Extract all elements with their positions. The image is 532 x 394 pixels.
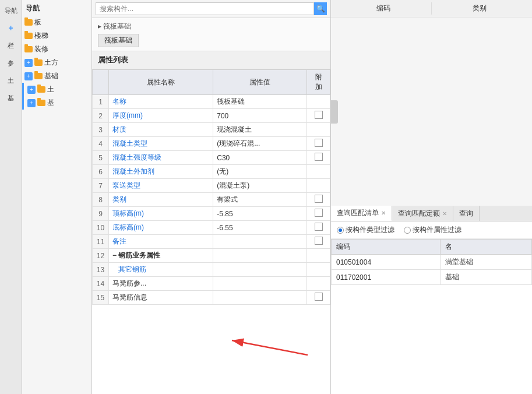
prop-value-cell[interactable]: (现浇碎石混...	[213, 137, 307, 151]
add-icon[interactable]: +	[24, 59, 33, 67]
prop-name-cell[interactable]: 名称	[109, 95, 213, 109]
sidebar-item-param[interactable]: 参	[2, 55, 20, 71]
prop-value-cell[interactable]	[213, 277, 307, 291]
prop-name-cell[interactable]: − 钢筋业务属性	[109, 249, 213, 263]
table-row: 9顶标高(m)-5.85	[93, 207, 330, 221]
prop-attach-cell[interactable]	[307, 165, 330, 179]
prop-name-cell[interactable]: 顶标高(m)	[109, 207, 213, 221]
query-col-code: 编码	[332, 240, 441, 255]
nav-item-decoration[interactable]: 装修	[22, 43, 91, 56]
prop-value-cell[interactable]: 700	[213, 109, 307, 123]
sidebar-item-earth[interactable]: 土	[2, 72, 20, 89]
prop-name-cell[interactable]: 底标高(m)	[109, 221, 213, 235]
prop-attach-cell[interactable]	[307, 123, 330, 137]
right-col-code: 编码	[336, 2, 432, 15]
folder-icon	[24, 46, 33, 52]
breadcrumb-area: 筏板基础 筏板基础	[92, 18, 330, 51]
checkbox-icon[interactable]	[315, 195, 323, 203]
nav-item-earthwork[interactable]: + 土方	[22, 56, 91, 69]
nav-item-stairs[interactable]: 楼梯	[22, 29, 91, 43]
prop-attach-cell[interactable]	[307, 95, 330, 109]
tab-close-icon[interactable]: ✕	[442, 210, 447, 217]
prop-name-cell[interactable]: 马凳筋信息	[109, 291, 213, 305]
tab-query-match-quota[interactable]: 查询匹配定额 ✕	[392, 206, 453, 221]
nav-item-earth2[interactable]: + 土	[25, 83, 91, 96]
query-name-cell: 满堂基础	[440, 255, 531, 270]
prop-value-cell[interactable]: -5.85	[213, 207, 307, 221]
prop-value-cell[interactable]: (混凝土泵)	[213, 179, 307, 193]
prop-value-cell[interactable]	[213, 291, 307, 305]
prop-name-cell[interactable]: 材质	[109, 123, 213, 137]
checkbox-icon[interactable]	[315, 237, 323, 245]
table-row: 15马凳筋信息	[93, 291, 330, 305]
query-filters: 按构件类型过滤 按构件属性过滤	[331, 221, 532, 239]
checkbox-icon[interactable]	[315, 293, 323, 301]
filter-by-type[interactable]: 按构件类型过滤	[337, 225, 394, 235]
add-icon[interactable]: +	[24, 72, 33, 80]
sidebar-item-foundation[interactable]: 基	[2, 90, 20, 106]
prop-attach-cell[interactable]	[307, 137, 330, 151]
props-header: 属性列表	[92, 51, 330, 69]
prop-name-cell[interactable]: 混凝土强度等级	[109, 151, 213, 165]
table-row: 13 其它钢筋	[93, 263, 330, 277]
breadcrumb-tag[interactable]: 筏板基础	[98, 34, 139, 47]
prop-name-cell[interactable]: 其它钢筋	[109, 263, 213, 277]
query-row: 011702001基础	[332, 270, 532, 285]
row-num-cell: 14	[93, 277, 109, 291]
prop-attach-cell[interactable]	[307, 263, 330, 277]
checkbox-icon[interactable]	[315, 153, 323, 161]
filter-by-property[interactable]: 按构件属性过滤	[404, 225, 461, 235]
prop-value-cell[interactable]	[213, 235, 307, 249]
prop-value-cell[interactable]: -6.55	[213, 221, 307, 235]
add-icon[interactable]: +	[27, 99, 36, 107]
prop-name-cell[interactable]: 马凳筋参...	[109, 277, 213, 291]
prop-value-cell[interactable]: 现浇混凝土	[213, 123, 307, 137]
prop-name-cell[interactable]: 厚度(mm)	[109, 109, 213, 123]
prop-attach-cell[interactable]	[307, 291, 330, 305]
sidebar-add-btn[interactable]: +	[2, 20, 20, 36]
prop-attach-cell[interactable]	[307, 249, 330, 263]
row-num-cell: 4	[93, 137, 109, 151]
nav-item-board[interactable]: 板	[22, 16, 91, 29]
table-row: 8类别有梁式	[93, 193, 330, 207]
prop-value-cell[interactable]: C30	[213, 151, 307, 165]
tab-query-match-list[interactable]: 查询匹配清单 ✕	[331, 206, 392, 221]
query-table: 编码 名 010501004满堂基础011702001基础	[331, 239, 532, 285]
right-panel: 编码 类别 查询匹配清单 ✕ 查询匹配定额 ✕ 查询	[331, 0, 532, 394]
prop-value-cell[interactable]	[213, 249, 307, 263]
search-button[interactable]: 🔍	[314, 2, 327, 15]
prop-value-cell[interactable]: 筏板基础	[213, 95, 307, 109]
prop-name-cell[interactable]: 混凝土类型	[109, 137, 213, 151]
prop-name-cell[interactable]: 类别	[109, 193, 213, 207]
prop-value-cell[interactable]: (无)	[213, 165, 307, 179]
prop-value-cell[interactable]: 有梁式	[213, 193, 307, 207]
search-input[interactable]	[96, 2, 314, 15]
radio-unselected-icon	[404, 227, 411, 234]
query-code-cell: 010501004	[332, 255, 441, 270]
checkbox-icon[interactable]	[315, 111, 323, 119]
prop-name-cell[interactable]: 泵送类型	[109, 179, 213, 193]
row-num-cell: 13	[93, 263, 109, 277]
prop-attach-cell[interactable]	[307, 235, 330, 249]
prop-value-cell[interactable]	[213, 263, 307, 277]
prop-attach-cell[interactable]	[307, 151, 330, 165]
prop-name-cell[interactable]: 备注	[109, 235, 213, 249]
checkbox-icon[interactable]	[315, 209, 323, 217]
prop-name-cell[interactable]: 混凝土外加剂	[109, 165, 213, 179]
nav-item-foundation[interactable]: + 基础	[22, 69, 91, 83]
table-row: 12− 钢筋业务属性	[93, 249, 330, 263]
checkbox-icon[interactable]	[315, 139, 323, 147]
prop-attach-cell[interactable]	[307, 193, 330, 207]
prop-attach-cell[interactable]	[307, 221, 330, 235]
nav-item-foundation2[interactable]: + 基	[25, 96, 91, 110]
sidebar-item-col[interactable]: 栏	[2, 37, 20, 54]
prop-attach-cell[interactable]	[307, 109, 330, 123]
tab-query[interactable]: 查询	[453, 206, 480, 221]
sidebar-item-nav[interactable]: 导航	[2, 2, 20, 19]
prop-attach-cell[interactable]	[307, 277, 330, 291]
tab-close-icon[interactable]: ✕	[381, 210, 386, 216]
prop-attach-cell[interactable]	[307, 207, 330, 221]
prop-attach-cell[interactable]	[307, 179, 330, 193]
add-icon[interactable]: +	[27, 86, 36, 94]
checkbox-icon[interactable]	[315, 223, 323, 231]
